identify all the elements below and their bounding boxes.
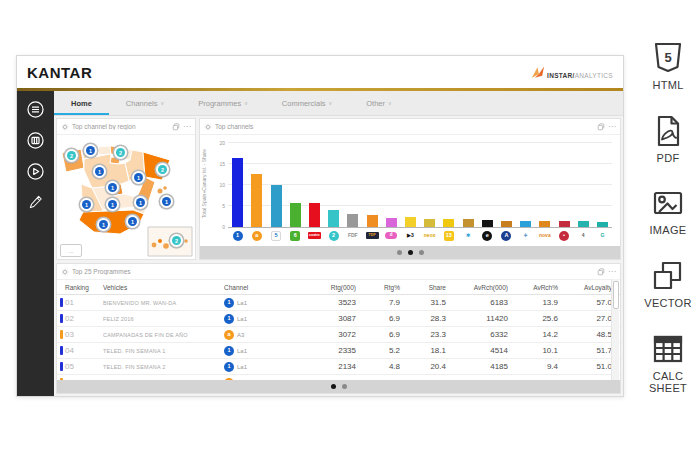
duplicate-icon[interactable]	[597, 123, 605, 131]
channel-logos-row: 1a56cuatro2FDFTDPd▶3neox13✻eA✈nova•4G	[228, 228, 612, 243]
Atres-logo: A	[501, 231, 511, 241]
table-row[interactable]: 04TELED. FIN SEMANA 11La123355.218.14514…	[57, 343, 620, 359]
col-header: Ranking	[65, 284, 103, 291]
y-tick: 15	[219, 161, 225, 167]
page-dot-2[interactable]	[408, 250, 413, 255]
AXN-logo: ✈	[524, 233, 528, 238]
bar-Ser	[559, 221, 570, 227]
channel-badge-la2: 2	[170, 234, 183, 247]
Divinity-logo: d	[385, 232, 397, 239]
tab-other[interactable]: Other∨	[349, 91, 408, 115]
bar-Cuatro	[309, 203, 320, 227]
page-dot-1[interactable]	[397, 250, 402, 255]
map-zoom-button[interactable]: ...	[60, 244, 82, 257]
export-html-button[interactable]: 5 HTML	[650, 40, 686, 92]
channel-badge-la1: 1	[106, 181, 119, 194]
export-calc-sheet-button[interactable]: CALC SHEET	[640, 331, 696, 395]
export-vector-button[interactable]: VECTOR	[644, 258, 691, 310]
export-pdf-button[interactable]: PDF	[650, 113, 686, 165]
col-header: Vehicles	[103, 284, 224, 291]
tab-home[interactable]: Home	[54, 91, 109, 115]
gear-icon[interactable]	[61, 268, 69, 276]
panel-title: Top channels	[215, 123, 594, 130]
kantar-logo: KANTAR	[27, 64, 92, 81]
page-dot-1[interactable]	[331, 384, 336, 389]
table-row[interactable]: 02FELIZ 20161La130876.928.31142025.627.0	[57, 311, 620, 327]
Cuatro4-logo: 4	[582, 233, 585, 238]
Cuatro-logo: cuatro	[308, 232, 321, 239]
Neox-logo: neox	[424, 233, 436, 238]
chart-pagination	[200, 246, 620, 259]
pdf-icon	[650, 113, 686, 149]
channel-badge-la1: 1	[126, 215, 139, 228]
col-header: AvRch%	[516, 284, 566, 291]
nav-tabs: HomeChannels∨Programmes∨Commercials∨Othe…	[54, 91, 623, 116]
bar-La1	[232, 158, 243, 227]
Ser-logo: •	[559, 231, 569, 241]
table-header-row: RankingVehiclesChannelRtg(000)Rtg%ShareA…	[57, 280, 620, 295]
export-image-button[interactable]: IMAGE	[650, 185, 687, 237]
table-scrollbar[interactable]	[611, 279, 619, 380]
tab-channels[interactable]: Channels∨	[109, 91, 181, 115]
bar-Cuatro4	[578, 221, 589, 227]
channel-badge-la1: 1	[132, 171, 145, 184]
bar-LaSexta	[290, 203, 301, 227]
T5-logo: 5	[271, 231, 281, 241]
panel-top-channels: Top channels ⋯ Total Spain+Canary Isl. -…	[199, 118, 621, 260]
channel-badge-la2: 2	[114, 146, 127, 159]
app-window: KANTAR INSTAR/ANALYTICS HomeCh	[16, 55, 624, 397]
chevron-down-icon: ∨	[244, 100, 248, 106]
bar-FDF	[347, 214, 358, 227]
Nova-logo: nova	[539, 233, 551, 238]
table-row[interactable]: 01BIENVENIDO MR. WAN-DA1La135237.931.561…	[57, 295, 620, 311]
y-tick: 0	[222, 224, 225, 230]
bar-AXN	[520, 221, 531, 227]
A3-logo: a	[252, 231, 262, 241]
col-header: Rtg%	[364, 284, 408, 291]
channel-badge-la1: 1	[134, 196, 147, 209]
bar-Nova	[539, 221, 550, 227]
menu-icon[interactable]	[25, 98, 47, 120]
instar-bird-icon	[530, 66, 545, 79]
tab-commercials[interactable]: Commercials∨	[265, 91, 349, 115]
channel-badge-la2: 2	[65, 149, 78, 162]
bar-Energy	[482, 220, 493, 227]
title-bar: KANTAR INSTAR/ANALYTICS	[17, 56, 623, 88]
scrollbar-thumb[interactable]	[613, 281, 619, 309]
chevron-down-icon: ∨	[161, 100, 165, 106]
La1-logo: 1	[233, 231, 243, 241]
la1-logo: 1	[224, 362, 234, 372]
page-dot-3[interactable]	[419, 250, 424, 255]
channel-badge-la1: 1	[80, 198, 93, 211]
analytics-label: ANALYTICS	[575, 72, 613, 79]
channel-badge-la1: 1	[93, 165, 106, 178]
channel-badge-la1: 1	[97, 218, 110, 231]
page-dot-2[interactable]	[342, 384, 347, 389]
html5-icon: 5	[650, 40, 686, 76]
tab-programmes[interactable]: Programmes∨	[181, 91, 265, 115]
bar-A3	[251, 174, 262, 227]
duplicate-icon[interactable]	[597, 268, 605, 276]
bar-TDP	[367, 215, 378, 227]
gear-icon[interactable]	[61, 123, 69, 131]
bar-Divinity	[386, 218, 397, 227]
col-header: Share	[408, 284, 454, 291]
TDP-logo: TDP	[366, 232, 379, 239]
edit-pencil-icon[interactable]	[25, 191, 47, 213]
gear-icon[interactable]	[204, 123, 212, 131]
table-row[interactable]: 05TELED. FIN SEMANA 21La121344.820.44185…	[57, 359, 620, 375]
duplicate-icon[interactable]	[172, 123, 180, 131]
dashboard-icon[interactable]	[25, 129, 47, 151]
more-menu-icon[interactable]: ⋯	[608, 123, 616, 131]
calc-sheet-icon	[650, 331, 686, 367]
table-row[interactable]: 03CAMPANADAS DE FIN DE AÑOaA330726.923.3…	[57, 327, 620, 343]
panel-title: Top channel by region	[72, 123, 169, 130]
FDF-logo: FDF	[348, 233, 358, 238]
channel-badge-la1: 1	[106, 198, 119, 211]
more-menu-icon[interactable]: ⋯	[183, 123, 191, 131]
more-menu-icon[interactable]: ⋯	[608, 268, 616, 276]
Mega-logo: ▶3	[407, 233, 414, 238]
table-pagination	[57, 380, 620, 393]
bar-La2	[328, 210, 339, 227]
play-icon[interactable]	[25, 160, 47, 182]
